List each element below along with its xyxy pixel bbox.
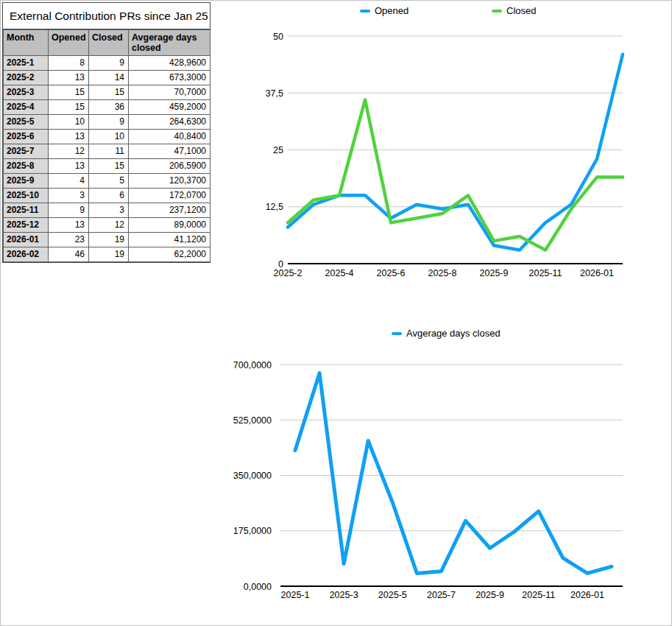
legend-dash-icon	[392, 332, 402, 335]
y-axis-tick-label: 175,0000	[233, 526, 272, 536]
y-axis-tick-label: 37,5	[266, 88, 283, 99]
series-line-avgerage-days-closed	[295, 373, 612, 573]
x-axis-tick-label: 2025-7	[427, 590, 456, 600]
legend-dash-icon	[492, 10, 502, 13]
x-axis-tick-label: 2025-4	[325, 268, 354, 278]
x-axis-tick-label: 2025-2	[274, 268, 303, 278]
legend-label-opened: Opened	[375, 5, 408, 17]
y-axis-tick-label: 12,5	[266, 202, 283, 212]
series-line-opened	[288, 54, 623, 250]
x-axis-tick-label: 2025-6	[377, 268, 406, 278]
x-axis-tick-label: 2026-01	[570, 590, 604, 600]
y-axis-tick-label: 525,0000	[233, 415, 272, 426]
x-axis-tick-label: 2025-8	[428, 268, 457, 278]
legend-label-avg-days-closed: Avgerage days closed	[406, 328, 501, 340]
y-axis-tick-label: 25	[273, 145, 283, 155]
x-axis-tick-label: 2025-9	[480, 268, 509, 278]
legend-label-closed: Closed	[506, 5, 536, 17]
spreadsheet-canvas: External Contribution PRs since Jan 25 M…	[0, 0, 672, 626]
y-axis-tick-label: 50	[273, 32, 283, 42]
avg-days-chart: 0,0000175,0000350,0000525,0000700,000020…	[233, 360, 623, 601]
y-axis-tick-label: 700,0000	[233, 360, 272, 370]
x-axis-tick-label: 2025-9	[475, 590, 504, 600]
x-axis-tick-label: 2025-11	[529, 268, 562, 278]
x-axis-tick-label: 2025-11	[522, 590, 555, 600]
x-axis-tick-label: 2025-5	[378, 590, 407, 600]
y-axis-tick-label: 350,0000	[233, 471, 272, 481]
charts-layer: 012,52537,5502025-22025-42025-62025-8202…	[1, 1, 672, 626]
legend-item-avg-days-closed: Avgerage days closed	[392, 328, 501, 340]
y-axis-tick-label: 0,0000	[244, 582, 272, 592]
legend-item-closed: Closed	[492, 5, 536, 17]
legend-item-opened: Opened	[360, 5, 408, 17]
x-axis-tick-label: 2026-01	[580, 268, 614, 278]
opened-closed-chart: 012,52537,5502025-22025-42025-62025-8202…	[266, 32, 623, 279]
series-line-closed	[288, 100, 623, 250]
x-axis-tick-label: 2025-3	[330, 590, 358, 600]
x-axis-tick-label: 2025-1	[281, 590, 310, 600]
legend-dash-icon	[360, 10, 370, 13]
